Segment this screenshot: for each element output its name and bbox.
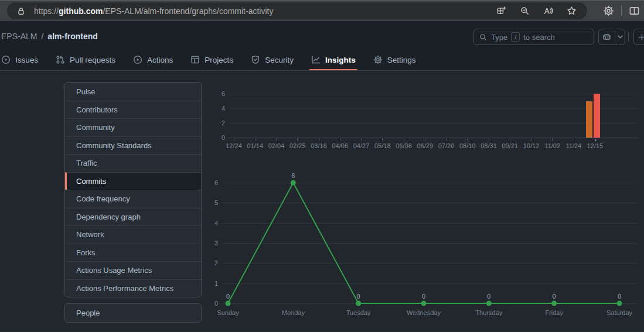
bar-chart-x-tick xyxy=(574,138,574,141)
bar-chart-x-tick xyxy=(340,138,340,141)
data-point-thursday[interactable] xyxy=(486,301,492,306)
data-point-saturday[interactable] xyxy=(616,301,622,306)
bar-chart-x-tick xyxy=(425,138,425,141)
bar-chart-gridline xyxy=(229,108,638,109)
read-aloud-icon[interactable] xyxy=(541,4,556,18)
bar-chart-x-tick xyxy=(382,138,383,141)
url-domain: github.com xyxy=(59,6,103,16)
address-bar-actions xyxy=(494,4,579,18)
bar-chart-x-tick xyxy=(510,138,510,141)
tab-label: Insights xyxy=(325,56,356,64)
bar-chart-y-tick-label: 2 xyxy=(213,119,225,126)
bar-chart-y-tick-label: 0 xyxy=(213,134,225,141)
bar-chart-x-tick xyxy=(446,138,447,141)
browser-essentials-gear-icon[interactable] xyxy=(601,4,616,18)
search-input[interactable]: Type / to search xyxy=(473,29,594,45)
data-point-tuesday[interactable] xyxy=(356,301,361,306)
graph-icon xyxy=(311,55,321,64)
url-path: /EPS-ALM/alm-frontend/graphs/commit-acti… xyxy=(103,6,273,16)
bar-chart-x-tick xyxy=(552,138,553,141)
tab-label: Actions xyxy=(147,56,173,64)
bar-chart-x-tick-label: 12/15 xyxy=(582,142,608,149)
copilot-icon xyxy=(602,32,612,42)
issue-opened-icon xyxy=(1,55,11,64)
bar-chart-x-tick xyxy=(319,138,319,141)
breadcrumb-separator: / xyxy=(41,32,43,41)
data-point-monday[interactable] xyxy=(291,180,296,186)
data-point-friday[interactable] xyxy=(551,301,557,306)
search-placeholder-prefix: Type xyxy=(491,33,507,42)
bar-chart-x-tick xyxy=(255,138,255,141)
bar-chart-y-tick-label: 6 xyxy=(213,90,225,97)
zoom-out-icon[interactable] xyxy=(517,4,532,18)
commit-week-bar[interactable] xyxy=(586,101,592,138)
tab-label: Projects xyxy=(205,56,233,64)
favorites-star-icon[interactable] xyxy=(564,4,579,18)
data-point-label: 0 xyxy=(350,293,367,300)
tab-pull-requests[interactable]: Pull requests xyxy=(56,52,115,68)
address-bar[interactable]: https://github.com/EPS-ALM/alm-frontend/… xyxy=(7,2,587,19)
breadcrumb-owner-link[interactable]: EPS-ALM xyxy=(1,32,37,41)
breadcrumb-repo-link[interactable]: alm-frontend xyxy=(47,32,98,41)
browser-toolbar-right xyxy=(601,2,642,19)
chevron-down-icon xyxy=(618,35,623,39)
play-circle-icon xyxy=(133,55,142,64)
tab-insights[interactable]: Insights xyxy=(311,52,356,68)
commit-week-bar[interactable] xyxy=(594,94,600,138)
bar-chart-x-tick xyxy=(404,138,404,141)
data-point-sunday[interactable] xyxy=(226,301,231,306)
line-chart-x-tick-label: Saturday xyxy=(596,309,643,316)
lock-icon[interactable] xyxy=(16,6,26,16)
tab-label: Pull requests xyxy=(70,56,115,64)
data-point-label: 0 xyxy=(611,293,628,300)
data-point-label: 0 xyxy=(219,293,237,300)
search-icon xyxy=(479,33,488,42)
data-point-label: 0 xyxy=(480,293,498,300)
bar-chart-x-tick xyxy=(361,138,362,141)
bar-chart-x-tick xyxy=(234,138,234,141)
bar-chart-y-tick-label: 4 xyxy=(213,105,225,112)
bar-chart-x-tick xyxy=(276,138,277,141)
gear-icon xyxy=(373,55,383,64)
header-divider xyxy=(628,32,629,42)
line-chart-x-tick-label: Sunday xyxy=(205,309,251,316)
data-point-label: 0 xyxy=(546,293,563,300)
url-scheme: https:// xyxy=(34,6,59,16)
tab-projects[interactable]: Projects xyxy=(190,52,233,68)
copilot-button[interactable] xyxy=(599,29,615,45)
copilot-button-group xyxy=(598,29,625,45)
search-placeholder-suffix: to search xyxy=(523,33,554,42)
search-slash-kbd: / xyxy=(511,32,520,42)
shield-icon xyxy=(251,55,260,64)
tab-settings[interactable]: Settings xyxy=(373,52,416,68)
create-new-button[interactable] xyxy=(633,29,644,45)
line-series xyxy=(228,183,619,303)
tab-label: Settings xyxy=(387,56,416,64)
data-point-wednesday[interactable] xyxy=(421,301,426,306)
copilot-dropdown-button[interactable] xyxy=(615,29,625,45)
bar-chart-gridline xyxy=(229,138,638,138)
line-chart-x-tick-label: Monday xyxy=(270,309,316,316)
tab-issues[interactable]: Issues xyxy=(1,52,38,68)
bar-chart-x-tick xyxy=(297,138,298,141)
data-point-label: 0 xyxy=(415,293,432,300)
bar-chart-x-tick xyxy=(467,138,468,141)
tab-actions[interactable]: Actions xyxy=(133,52,173,68)
table-icon xyxy=(190,55,200,64)
bar-chart-gridline xyxy=(229,123,638,124)
bar-chart-gridline xyxy=(229,94,638,94)
plus-icon xyxy=(638,33,644,42)
repo-nav-tabs: IssuesPull requestsActionsProjectsSecuri… xyxy=(1,52,415,68)
axis-marker-dot xyxy=(595,139,597,141)
commit-activity-charts: 024612/2401/1402/0402/2503/1604/0604/270… xyxy=(0,71,644,332)
workspaces-new-icon[interactable] xyxy=(494,4,509,18)
bar-chart-x-tick xyxy=(531,138,531,141)
data-point-label: 6 xyxy=(284,172,302,179)
tab-security[interactable]: Security xyxy=(251,52,294,68)
line-chart-x-tick-label: Thursday xyxy=(465,309,512,316)
split-screen-icon[interactable] xyxy=(627,4,642,18)
repo-header: EPS-ALM / alm-frontend Type / to search … xyxy=(0,21,644,71)
line-chart-x-tick-label: Tuesday xyxy=(335,309,382,316)
breadcrumb: EPS-ALM / alm-frontend xyxy=(1,32,98,41)
line-chart-x-tick-label: Wednesday xyxy=(400,309,447,316)
